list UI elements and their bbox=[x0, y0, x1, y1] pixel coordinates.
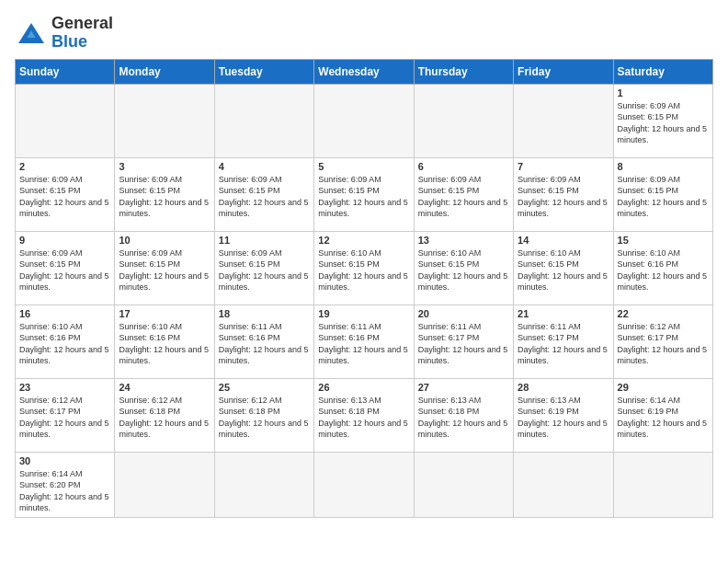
day-number: 13 bbox=[418, 235, 509, 246]
day-info: Sunrise: 6:14 AM Sunset: 6:19 PM Dayligh… bbox=[618, 395, 709, 441]
calendar-cell bbox=[613, 452, 712, 517]
day-info: Sunrise: 6:09 AM Sunset: 6:15 PM Dayligh… bbox=[618, 174, 709, 220]
calendar-cell bbox=[214, 452, 313, 517]
day-info: Sunrise: 6:10 AM Sunset: 6:16 PM Dayligh… bbox=[618, 247, 709, 293]
calendar-cell: 23Sunrise: 6:12 AM Sunset: 6:17 PM Dayli… bbox=[16, 378, 115, 452]
calendar-cell: 15Sunrise: 6:10 AM Sunset: 6:16 PM Dayli… bbox=[613, 231, 712, 304]
calendar-cell: 24Sunrise: 6:12 AM Sunset: 6:18 PM Dayli… bbox=[115, 378, 214, 452]
day-header-wednesday: Wednesday bbox=[314, 59, 414, 84]
calendar-cell bbox=[115, 452, 214, 517]
day-number: 20 bbox=[418, 308, 509, 319]
calendar-cell: 9Sunrise: 6:09 AM Sunset: 6:15 PM Daylig… bbox=[16, 231, 115, 304]
calendar-cell: 22Sunrise: 6:12 AM Sunset: 6:17 PM Dayli… bbox=[613, 304, 712, 378]
day-number: 25 bbox=[219, 382, 310, 393]
day-number: 24 bbox=[119, 382, 210, 393]
calendar-cell bbox=[214, 84, 313, 157]
calendar-cell: 2Sunrise: 6:09 AM Sunset: 6:15 PM Daylig… bbox=[16, 157, 115, 231]
day-info: Sunrise: 6:12 AM Sunset: 6:17 PM Dayligh… bbox=[19, 395, 110, 441]
day-header-friday: Friday bbox=[514, 59, 613, 84]
calendar-cell: 26Sunrise: 6:13 AM Sunset: 6:18 PM Dayli… bbox=[314, 378, 414, 452]
day-number: 30 bbox=[19, 455, 110, 466]
day-info: Sunrise: 6:13 AM Sunset: 6:19 PM Dayligh… bbox=[518, 395, 609, 441]
day-number: 28 bbox=[518, 382, 609, 393]
calendar-cell: 10Sunrise: 6:09 AM Sunset: 6:15 PM Dayli… bbox=[115, 231, 214, 304]
day-info: Sunrise: 6:09 AM Sunset: 6:15 PM Dayligh… bbox=[219, 174, 310, 220]
calendar-cell: 30Sunrise: 6:14 AM Sunset: 6:20 PM Dayli… bbox=[16, 452, 115, 517]
day-number: 21 bbox=[518, 308, 609, 319]
calendar-cell: 7Sunrise: 6:09 AM Sunset: 6:15 PM Daylig… bbox=[514, 157, 613, 231]
day-number: 8 bbox=[618, 161, 709, 172]
calendar-cell bbox=[514, 84, 613, 157]
day-number: 19 bbox=[318, 308, 409, 319]
day-number: 11 bbox=[219, 235, 310, 246]
day-info: Sunrise: 6:11 AM Sunset: 6:16 PM Dayligh… bbox=[318, 321, 409, 367]
calendar-week-row: 9Sunrise: 6:09 AM Sunset: 6:15 PM Daylig… bbox=[16, 231, 713, 304]
day-info: Sunrise: 6:11 AM Sunset: 6:16 PM Dayligh… bbox=[219, 321, 310, 367]
calendar-cell: 11Sunrise: 6:09 AM Sunset: 6:15 PM Dayli… bbox=[214, 231, 313, 304]
calendar-cell: 27Sunrise: 6:13 AM Sunset: 6:18 PM Dayli… bbox=[414, 378, 513, 452]
day-info: Sunrise: 6:14 AM Sunset: 6:20 PM Dayligh… bbox=[19, 468, 110, 514]
calendar-cell: 14Sunrise: 6:10 AM Sunset: 6:15 PM Dayli… bbox=[514, 231, 613, 304]
calendar-cell: 16Sunrise: 6:10 AM Sunset: 6:16 PM Dayli… bbox=[16, 304, 115, 378]
calendar-table: SundayMondayTuesdayWednesdayThursdayFrid… bbox=[15, 59, 713, 518]
calendar-week-row: 23Sunrise: 6:12 AM Sunset: 6:17 PM Dayli… bbox=[16, 378, 713, 452]
calendar-week-row: 2Sunrise: 6:09 AM Sunset: 6:15 PM Daylig… bbox=[16, 157, 713, 231]
calendar-week-row: 1Sunrise: 6:09 AM Sunset: 6:15 PM Daylig… bbox=[16, 84, 713, 157]
day-number: 16 bbox=[19, 308, 110, 319]
day-number: 5 bbox=[318, 161, 409, 172]
day-number: 3 bbox=[119, 161, 210, 172]
day-number: 6 bbox=[418, 161, 509, 172]
day-info: Sunrise: 6:09 AM Sunset: 6:15 PM Dayligh… bbox=[418, 174, 509, 220]
calendar-cell: 18Sunrise: 6:11 AM Sunset: 6:16 PM Dayli… bbox=[214, 304, 313, 378]
day-number: 2 bbox=[19, 161, 110, 172]
calendar-header: GeneralBlue bbox=[15, 15, 713, 52]
day-number: 26 bbox=[318, 382, 409, 393]
logo: GeneralBlue bbox=[15, 15, 113, 52]
calendar-cell: 6Sunrise: 6:09 AM Sunset: 6:15 PM Daylig… bbox=[414, 157, 513, 231]
calendar-cell bbox=[314, 452, 414, 517]
day-number: 9 bbox=[19, 235, 110, 246]
day-info: Sunrise: 6:10 AM Sunset: 6:15 PM Dayligh… bbox=[418, 247, 509, 293]
day-number: 17 bbox=[119, 308, 210, 319]
day-info: Sunrise: 6:09 AM Sunset: 6:15 PM Dayligh… bbox=[119, 174, 210, 220]
day-number: 4 bbox=[219, 161, 310, 172]
day-number: 10 bbox=[119, 235, 210, 246]
day-header-thursday: Thursday bbox=[414, 59, 513, 84]
calendar-cell bbox=[514, 452, 613, 517]
calendar-cell: 13Sunrise: 6:10 AM Sunset: 6:15 PM Dayli… bbox=[414, 231, 513, 304]
day-number: 22 bbox=[618, 308, 709, 319]
calendar-cell: 8Sunrise: 6:09 AM Sunset: 6:15 PM Daylig… bbox=[613, 157, 712, 231]
logo-text: GeneralBlue bbox=[51, 15, 113, 52]
day-info: Sunrise: 6:09 AM Sunset: 6:15 PM Dayligh… bbox=[518, 174, 609, 220]
day-header-sunday: Sunday bbox=[16, 59, 115, 84]
day-header-tuesday: Tuesday bbox=[214, 59, 313, 84]
day-info: Sunrise: 6:10 AM Sunset: 6:16 PM Dayligh… bbox=[119, 321, 210, 367]
day-number: 27 bbox=[418, 382, 509, 393]
calendar-header-row: SundayMondayTuesdayWednesdayThursdayFrid… bbox=[16, 59, 713, 84]
day-info: Sunrise: 6:11 AM Sunset: 6:17 PM Dayligh… bbox=[518, 321, 609, 367]
calendar-cell: 28Sunrise: 6:13 AM Sunset: 6:19 PM Dayli… bbox=[514, 378, 613, 452]
day-info: Sunrise: 6:09 AM Sunset: 6:15 PM Dayligh… bbox=[318, 174, 409, 220]
calendar-week-row: 16Sunrise: 6:10 AM Sunset: 6:16 PM Dayli… bbox=[16, 304, 713, 378]
calendar-cell: 29Sunrise: 6:14 AM Sunset: 6:19 PM Dayli… bbox=[613, 378, 712, 452]
day-number: 14 bbox=[518, 235, 609, 246]
day-info: Sunrise: 6:12 AM Sunset: 6:17 PM Dayligh… bbox=[618, 321, 709, 367]
calendar-cell: 25Sunrise: 6:12 AM Sunset: 6:18 PM Dayli… bbox=[214, 378, 313, 452]
day-info: Sunrise: 6:09 AM Sunset: 6:15 PM Dayligh… bbox=[618, 100, 709, 146]
day-info: Sunrise: 6:12 AM Sunset: 6:18 PM Dayligh… bbox=[119, 395, 210, 441]
calendar-cell: 3Sunrise: 6:09 AM Sunset: 6:15 PM Daylig… bbox=[115, 157, 214, 231]
day-header-monday: Monday bbox=[115, 59, 214, 84]
logo-icon bbox=[15, 19, 48, 47]
calendar-cell: 17Sunrise: 6:10 AM Sunset: 6:16 PM Dayli… bbox=[115, 304, 214, 378]
calendar-cell: 12Sunrise: 6:10 AM Sunset: 6:15 PM Dayli… bbox=[314, 231, 414, 304]
day-info: Sunrise: 6:09 AM Sunset: 6:15 PM Dayligh… bbox=[119, 247, 210, 293]
day-info: Sunrise: 6:13 AM Sunset: 6:18 PM Dayligh… bbox=[318, 395, 409, 441]
day-info: Sunrise: 6:10 AM Sunset: 6:15 PM Dayligh… bbox=[518, 247, 609, 293]
day-number: 1 bbox=[618, 87, 709, 98]
calendar-cell bbox=[115, 84, 214, 157]
calendar-cell: 1Sunrise: 6:09 AM Sunset: 6:15 PM Daylig… bbox=[613, 84, 712, 157]
calendar-week-row: 30Sunrise: 6:14 AM Sunset: 6:20 PM Dayli… bbox=[16, 452, 713, 517]
calendar-cell: 21Sunrise: 6:11 AM Sunset: 6:17 PM Dayli… bbox=[514, 304, 613, 378]
calendar-cell: 4Sunrise: 6:09 AM Sunset: 6:15 PM Daylig… bbox=[214, 157, 313, 231]
day-info: Sunrise: 6:12 AM Sunset: 6:18 PM Dayligh… bbox=[219, 395, 310, 441]
